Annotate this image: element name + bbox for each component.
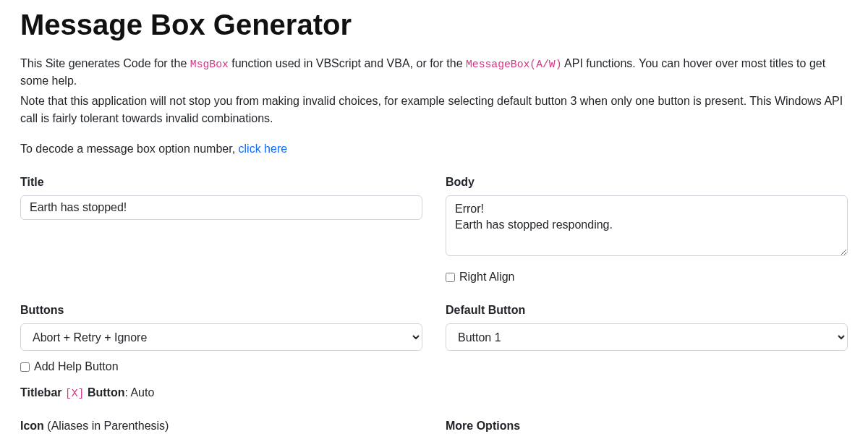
titlebar-value: : Auto (124, 386, 154, 399)
right-align-label: Right Align (459, 268, 515, 286)
more-options-label: More Options (446, 417, 848, 434)
add-help-checkbox[interactable] (20, 362, 30, 372)
buttons-select[interactable]: Abort + Retry + Ignore (20, 323, 422, 351)
icon-label: Icon (Aliases in Parenthesis) (20, 417, 422, 434)
title-label: Title (20, 174, 422, 191)
titlebar-line: Titlebar [X] Button: Auto (20, 384, 422, 401)
body-textarea[interactable]: Error! Earth has stopped responding. (446, 195, 848, 256)
page-title: Message Box Generator (20, 3, 848, 46)
body-label: Body (446, 174, 848, 191)
default-button-select[interactable]: Button 1 (446, 323, 848, 351)
default-button-label: Default Button (446, 302, 848, 319)
msgbox-code: MsgBox (190, 59, 229, 70)
decode-prefix: To decode a message box option number, (20, 142, 239, 155)
icon-label-text: Icon (20, 420, 44, 432)
buttons-label: Buttons (20, 302, 422, 319)
messagebox-code: MessageBox(A/W) (466, 59, 562, 70)
right-align-checkbox[interactable] (446, 273, 455, 282)
titlebar-button-word: Button (84, 386, 124, 399)
title-input[interactable] (20, 195, 422, 220)
intro-text: This Site generates Code for the MsgBox … (20, 55, 848, 127)
decode-line: To decode a message box option number, c… (20, 140, 848, 158)
titlebar-prefix: Titlebar (20, 386, 65, 399)
intro-part2: function used in VBScript and VBA, or fo… (229, 57, 466, 69)
intro-part1: This Site generates Code for the (20, 57, 190, 69)
icon-hint: (Aliases in Parenthesis) (44, 420, 169, 432)
titlebar-x-code: [X] (65, 388, 85, 399)
add-help-label: Add Help Button (34, 358, 119, 375)
intro-note: Note that this application will not stop… (20, 93, 848, 127)
decode-link[interactable]: click here (239, 142, 288, 155)
